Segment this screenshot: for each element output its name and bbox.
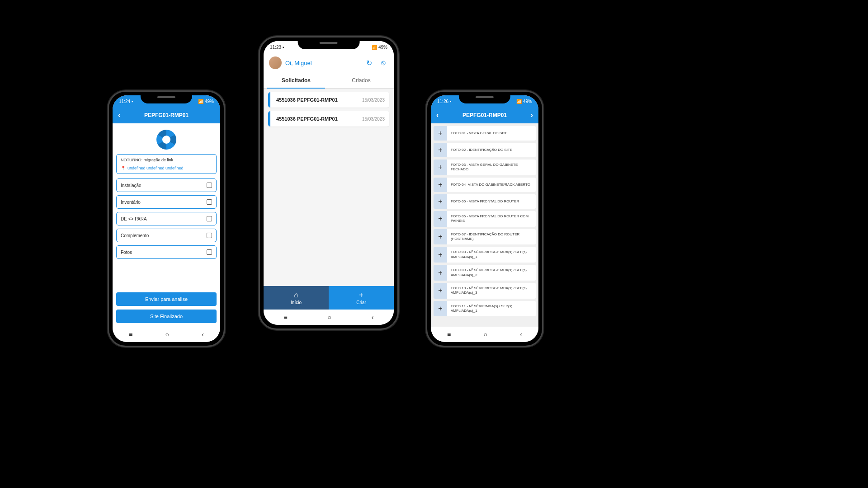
check-row[interactable]: DE <> PARA: [116, 212, 217, 225]
photo-row[interactable]: +FOTO 08 - Nº SÉRIE/BP/SGP MDA(s) / SFP(…: [434, 247, 536, 263]
tab-criados[interactable]: Criados: [329, 73, 394, 88]
plus-icon[interactable]: +: [434, 143, 447, 157]
forward-icon[interactable]: ›: [531, 111, 533, 119]
greeting-text: Oi, Miguel: [285, 60, 360, 66]
check-row[interactable]: Inventário: [116, 195, 217, 209]
page-title: PEPFG01-RMP01: [462, 112, 507, 118]
back-nav-icon[interactable]: ‹: [520, 331, 522, 338]
photo-row[interactable]: +FOTO 09 - Nº SÉRIE/BP/SGP MDA(s) / SFP(…: [434, 265, 536, 281]
avatar[interactable]: [269, 56, 282, 69]
photo-label: FOTO 08 - Nº SÉRIE/BP/SGP MDA(s) / SFP(s…: [447, 247, 536, 263]
nav-create[interactable]: + Criar: [329, 286, 394, 310]
row-date: 15/03/2023: [362, 117, 385, 122]
home-icon[interactable]: ○: [165, 331, 169, 338]
recent-apps-icon[interactable]: ≡: [283, 314, 287, 321]
plus-icon[interactable]: +: [434, 229, 447, 245]
plus-icon[interactable]: +: [434, 301, 447, 317]
plus-icon[interactable]: +: [434, 126, 447, 141]
phone-right: 11:26 ▪ 📶49% ‹ PEPFG01-RMP01 › +FOTO 01 …: [426, 90, 543, 347]
phone-notch: [298, 38, 360, 49]
photo-list: +FOTO 01 - VISTA GERAL DO SITE +FOTO 02 …: [431, 123, 538, 327]
refresh-icon[interactable]: ↻: [363, 59, 375, 67]
row-date: 15/03/2023: [362, 98, 385, 103]
plus-icon: +: [359, 291, 363, 299]
photo-label: FOTO 01 - VISTA GERAL DO SITE: [447, 126, 536, 141]
back-icon[interactable]: ‹: [436, 111, 439, 119]
logout-icon[interactable]: ⎋: [378, 59, 388, 67]
tab-solicitados[interactable]: Solicitados: [264, 73, 329, 88]
android-nav: ≡ ○ ‹: [113, 327, 220, 342]
row-title: 4551036 PEPFG01-RMP01: [276, 97, 362, 103]
status-time: 11:26: [437, 99, 448, 104]
android-nav: ≡ ○ ‹: [264, 310, 394, 325]
back-icon[interactable]: ‹: [118, 111, 120, 119]
nav-home-label: Início: [291, 300, 302, 305]
back-nav-icon[interactable]: ‹: [202, 331, 204, 338]
photo-label: FOTO 04- VISTA DO GABINETE/RACK ABERTO: [447, 178, 536, 192]
check-row[interactable]: Fotos: [116, 245, 217, 259]
android-nav: ≡ ○ ‹: [431, 327, 538, 342]
site-finalize-button[interactable]: Site Finalizado: [116, 310, 217, 323]
nav-home[interactable]: ⌂ Início: [264, 286, 329, 310]
send-analyze-button[interactable]: Enviar para analise: [116, 292, 217, 306]
photo-row[interactable]: +FOTO 05 - VISTA FRONTAL DO ROUTER: [434, 194, 536, 209]
phone-notch: [141, 92, 192, 103]
status-time: 11:23: [270, 45, 281, 50]
check-row[interactable]: Instalação: [116, 178, 217, 192]
recent-apps-icon[interactable]: ≡: [129, 331, 132, 338]
tabs: Solicitados Criados: [264, 73, 394, 89]
checkbox-icon[interactable]: [207, 216, 212, 221]
nav-create-label: Criar: [356, 300, 366, 305]
phone-left: 11:24 ▪ 📶49% ‹ PEPFG01-RMP01 NOTURNO: mi…: [108, 90, 225, 347]
photo-label: FOTO 05 - VISTA FRONTAL DO ROUTER: [447, 194, 536, 209]
greeting-bar: Oi, Miguel ↻ ⎋: [264, 53, 394, 73]
checkbox-icon[interactable]: [207, 249, 212, 255]
plus-icon[interactable]: +: [434, 160, 447, 175]
checklist: Instalação Inventário DE <> PARA Complem…: [116, 178, 217, 259]
row-title: 4551036 PEPFG01-RMP01: [276, 116, 362, 122]
status-battery: 49%: [205, 99, 214, 104]
plus-icon[interactable]: +: [434, 283, 447, 299]
home-icon: ⌂: [294, 291, 298, 299]
status-time: 11:24: [119, 99, 130, 104]
photo-label: FOTO 09 - Nº SÉRIE/BP/SGP MDA(s) / SFP(s…: [447, 265, 536, 281]
back-nav-icon[interactable]: ‹: [372, 314, 374, 321]
home-icon[interactable]: ○: [328, 314, 331, 321]
photo-label: FOTO 11 - Nº SÉRIE/MDA(s) / SFP(s) AMPLI…: [447, 301, 536, 317]
plus-icon[interactable]: +: [434, 211, 447, 227]
check-label: Fotos: [121, 250, 132, 255]
recent-apps-icon[interactable]: ≡: [447, 331, 451, 338]
plus-icon[interactable]: +: [434, 265, 447, 281]
plus-icon[interactable]: +: [434, 194, 447, 209]
plus-icon[interactable]: +: [434, 178, 447, 192]
aperture-icon: [156, 130, 176, 150]
checkbox-icon[interactable]: [207, 199, 212, 205]
request-row[interactable]: 4551036 PEPFG01-RMP01 15/03/2023: [268, 111, 389, 127]
header: ‹ PEPFG01-RMP01: [113, 107, 220, 123]
photo-row[interactable]: +FOTO 11 - Nº SÉRIE/MDA(s) / SFP(s) AMPL…: [434, 301, 536, 317]
check-row[interactable]: Complemento: [116, 229, 217, 242]
check-label: Inventário: [121, 200, 141, 205]
home-icon[interactable]: ○: [484, 331, 487, 338]
check-label: Instalação: [121, 183, 142, 188]
photo-row[interactable]: +FOTO 03 - VISTA GERAL DO GABINETE FECHA…: [434, 160, 536, 175]
checkbox-icon[interactable]: [207, 233, 212, 238]
photo-label: FOTO 03 - VISTA GERAL DO GABINETE FECHAD…: [447, 160, 536, 175]
photo-row[interactable]: +FOTO 01 - VISTA GERAL DO SITE: [434, 126, 536, 141]
plus-icon[interactable]: +: [434, 247, 447, 263]
photo-row[interactable]: +FOTO 04- VISTA DO GABINETE/RACK ABERTO: [434, 178, 536, 192]
photo-label: FOTO 10 - Nº SÉRIE/BP/SGP MDA(s) / SFP(s…: [447, 283, 536, 299]
checkbox-icon[interactable]: [207, 183, 212, 188]
request-row[interactable]: 4551036 PEPFG01-RMP01 15/03/2023: [268, 92, 389, 108]
photo-row[interactable]: +FOTO 02 - IDENTIFICAÇÃO DO SITE: [434, 143, 536, 157]
photo-row[interactable]: +FOTO 07 - IDENTIFICAÇÃO DO ROUTER (HOST…: [434, 229, 536, 245]
page-title: PEPFG01-RMP01: [144, 112, 189, 118]
check-label: DE <> PARA: [121, 216, 147, 221]
location-text: undefined undefined undefined: [127, 166, 184, 170]
photo-label: FOTO 02 - IDENTIFICAÇÃO DO SITE: [447, 143, 536, 157]
info-text: NOTURNO: migração de link: [121, 158, 212, 162]
status-battery: 49%: [523, 99, 532, 104]
photo-row[interactable]: +FOTO 06 - VISTA FRONTAL DO ROUTER COM P…: [434, 211, 536, 227]
request-list: 4551036 PEPFG01-RMP01 15/03/2023 4551036…: [264, 89, 394, 286]
photo-row[interactable]: +FOTO 10 - Nº SÉRIE/BP/SGP MDA(s) / SFP(…: [434, 283, 536, 299]
